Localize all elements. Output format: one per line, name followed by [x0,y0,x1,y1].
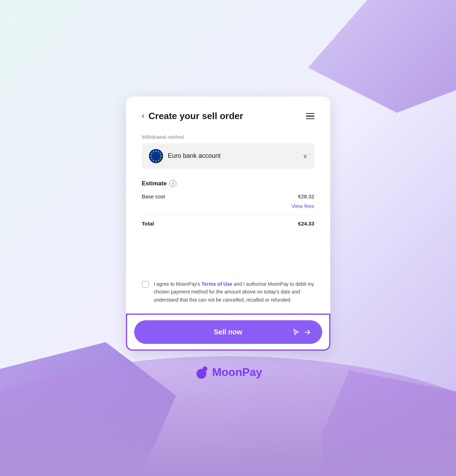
bg-decoration-top-right [308,0,456,113]
base-cost-label: Base cost [142,193,165,199]
terms-section: I agree to MoonPay's Terms of Use and I … [142,280,314,314]
back-button[interactable]: ‹ [142,111,144,120]
base-cost-row: Base cost €28.32 [142,193,314,199]
estimate-header: Estimate i [142,180,314,187]
view-fees-link[interactable]: View fees [292,203,314,209]
divider [142,215,314,215]
hamburger-line-2 [306,116,314,117]
estimate-section: Estimate i Base cost €28.32 View fees To… [142,180,314,227]
header-left: ‹ Create your sell order [142,111,243,122]
terms-checkbox-container [142,281,149,288]
estimate-info-icon[interactable]: i [169,180,176,187]
main-card: ‹ Create your sell order Withdrawal meth… [126,97,330,351]
moonpay-logo: MoonPay [194,365,262,379]
sell-button-icons [292,328,312,336]
total-label: Total [142,221,154,227]
card-header: ‹ Create your sell order [142,111,314,122]
sell-now-button[interactable]: Sell now [134,320,322,344]
moonpay-dot-icon [194,365,208,379]
withdrawal-left: Euro bank account [149,149,221,163]
terms-checkbox[interactable] [142,281,149,288]
arrow-right-icon [303,328,312,336]
svg-point-14 [202,366,207,371]
eu-flag-icon [149,149,163,163]
withdrawal-method-name: Euro bank account [168,152,221,160]
withdrawal-method-selector[interactable]: Euro bank account ∨ [142,143,314,169]
base-cost-value: €28.32 [298,193,314,199]
terms-text-before: I agree to MoonPay's [154,281,202,287]
sell-button-wrapper: Sell now [126,314,330,351]
terms-of-use-link[interactable]: Terms of Use [201,281,232,287]
hamburger-line-3 [306,118,314,119]
hamburger-line-1 [306,113,314,114]
total-row: Total €24.33 [142,221,314,227]
moonpay-brand-name: MoonPay [212,366,262,379]
terms-text: I agree to MoonPay's Terms of Use and I … [154,280,314,304]
chevron-down-icon: ∨ [303,152,307,160]
total-value: €24.33 [298,221,314,227]
menu-button[interactable] [306,113,314,119]
view-fees-row: View fees [142,203,314,209]
cursor-icon [292,328,300,336]
sell-now-label: Sell now [214,328,242,336]
withdrawal-section-label: Withdrawal method [142,134,314,140]
page-title: Create your sell order [149,111,243,122]
estimate-title: Estimate [142,180,167,187]
content-spacer [142,238,314,280]
